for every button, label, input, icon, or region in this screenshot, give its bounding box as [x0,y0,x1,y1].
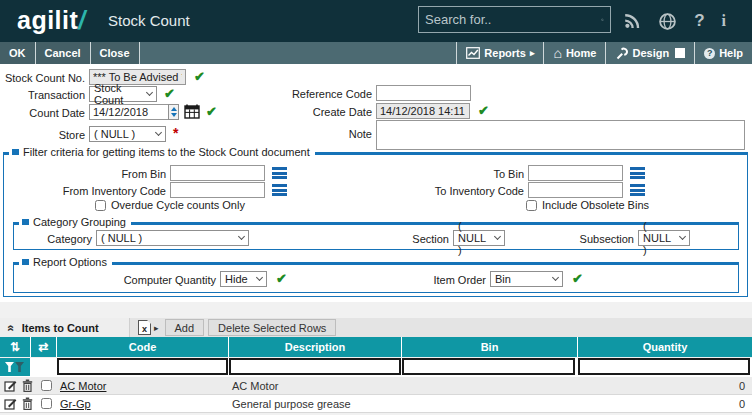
header-icon-group: ? i [623,0,726,42]
reports-label: Reports [484,47,526,59]
column-header-bin[interactable]: Bin [402,337,577,357]
row-select-checkbox[interactable] [41,398,52,409]
filter-criteria-title-text: Filter criteria for getting items to the… [23,146,310,158]
to-bin-label: To Bin [420,168,524,181]
overdue-checkbox-label: Overdue Cycle counts Only [111,199,245,211]
lookup-icon[interactable] [630,184,645,196]
collapse-panel-icon[interactable]: « [4,324,18,331]
report-options-title-text: Report Options [33,256,107,268]
edit-icon[interactable] [4,379,17,392]
cancel-button[interactable]: Cancel [36,42,91,64]
delete-selected-rows-button[interactable]: Delete Selected Rows [208,319,336,336]
computer-quantity-value: Hide [225,273,248,285]
subsection-value: ( NULL ) [643,220,674,256]
help-label: Help [719,47,743,59]
ok-label: OK [9,47,26,59]
create-date-label: Create Date [250,106,372,119]
subsection-select[interactable]: ( NULL ) [638,230,690,246]
filter-criteria-group-title: Filter criteria for getting items to the… [9,146,315,158]
to-inventory-code-label: To Inventory Code [396,185,524,198]
trash-icon[interactable] [22,379,33,392]
ok-button[interactable]: OK [0,42,36,64]
column-header-code[interactable]: Code [57,337,228,357]
calendar-icon[interactable] [184,104,200,119]
design-mode-checkbox[interactable] [675,48,685,58]
filter-input-quantity[interactable] [578,358,750,375]
grid-filter-row [0,358,752,377]
home-label: Home [566,47,597,59]
stock-count-no-label: Stock Count No. [0,72,85,85]
date-spinner[interactable] [168,104,179,120]
include-obsolete-bins-checkbox[interactable] [526,200,537,211]
category-select[interactable]: ( NULL ) [96,230,249,246]
item-description: AC Motor [232,380,278,392]
column-header-quantity[interactable]: Quantity [578,337,752,357]
store-value: ( NULL ) [94,128,135,140]
info-icon[interactable]: i [722,12,726,30]
chevron-down-icon [679,233,686,240]
lookup-icon[interactable] [630,167,645,179]
count-date-field[interactable] [89,104,169,120]
item-order-select[interactable]: Bin [490,271,563,287]
filter-input-description[interactable] [229,358,401,375]
app-logo[interactable]: agilit/ [17,6,86,35]
computer-quantity-select[interactable]: Hide [220,271,267,287]
delete-label: Delete Selected Rows [218,322,326,334]
to-inventory-code-field[interactable] [528,182,623,198]
transaction-select[interactable]: Stock Count [89,86,157,102]
rss-icon[interactable] [623,12,641,30]
edit-icon[interactable] [4,397,17,410]
reports-button[interactable]: Reports ▸ [456,42,543,64]
page-title: Stock Count [108,12,190,29]
count-date-label: Count Date [0,107,85,120]
help-icon[interactable]: ? [694,11,704,31]
excel-export-icon[interactable]: x [138,320,151,335]
grid-refresh-header[interactable]: ⇄ [31,337,56,357]
valid-check-icon: ✔ [164,87,175,100]
export-menu-arrow-icon[interactable]: ▸ [154,323,159,333]
lookup-icon[interactable] [272,184,287,196]
search-box [418,6,611,33]
item-code-link[interactable]: AC Motor [60,380,106,392]
cancel-label: Cancel [45,47,81,59]
group-marker-icon [22,219,29,225]
reference-code-label: Reference Code [250,88,372,101]
from-inventory-code-field[interactable] [170,182,265,198]
help-button[interactable]: ? Help [694,42,752,64]
grid-sort-header[interactable]: ⇅ [0,337,30,357]
from-bin-label: From Bin [62,168,166,181]
close-button[interactable]: Close [91,42,140,64]
valid-check-icon: ✔ [194,70,205,83]
note-field[interactable] [376,120,745,150]
store-select[interactable]: ( NULL ) [89,126,166,142]
overdue-cycle-counts-checkbox[interactable] [95,200,106,211]
items-panel-header: « Items to Count x ▸ Add Delete Selected… [0,318,752,337]
create-date-field[interactable] [376,103,470,119]
sort-icon: ⇅ [10,340,20,354]
items-panel-title-tab[interactable]: « Items to Count [0,318,130,337]
home-button[interactable]: ⌂ Home [543,42,605,64]
reference-code-field[interactable] [376,85,471,101]
filter-input-bin[interactable] [402,358,575,375]
search-input[interactable] [425,12,601,27]
obsolete-checkbox-label: Include Obsolete Bins [542,199,649,211]
app-header: agilit/ Stock Count ? i [0,0,752,42]
from-bin-field[interactable] [170,165,265,181]
lookup-icon[interactable] [272,167,287,179]
to-bin-field[interactable] [528,165,623,181]
trash-icon[interactable] [22,397,33,410]
subsection-label: Subsection [570,233,634,246]
column-header-description[interactable]: Description [229,337,401,357]
section-select[interactable]: ( NULL ) [453,230,505,246]
filter-input-code[interactable] [57,358,228,375]
chevron-down-icon [155,129,162,136]
logo-slash-icon: / [78,6,85,34]
item-code-link[interactable]: Gr-Gp [60,398,91,410]
add-button[interactable]: Add [165,319,205,336]
filter-funnel-cell[interactable] [0,358,30,376]
search-icon[interactable] [601,10,604,30]
transaction-label: Transaction [0,89,85,102]
design-button[interactable]: Design [605,42,694,64]
globe-icon[interactable] [658,12,677,31]
row-select-checkbox[interactable] [41,380,52,391]
